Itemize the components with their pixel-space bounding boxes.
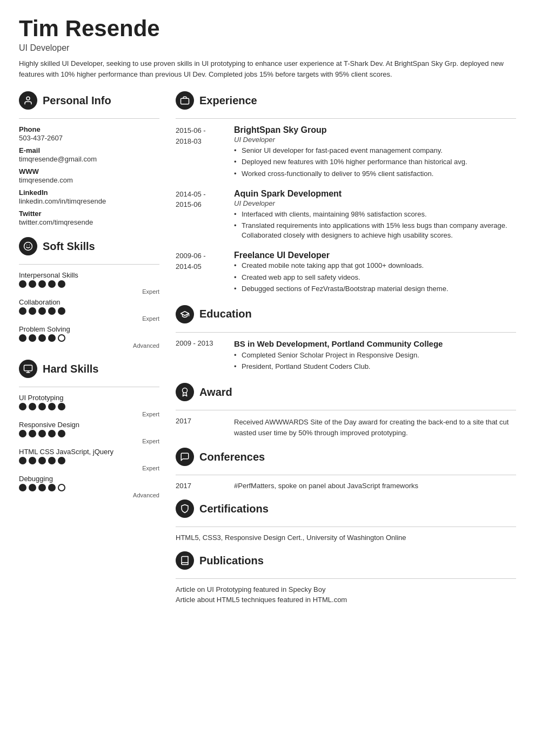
- soft-skills-title: Soft Skills: [43, 240, 95, 253]
- email-label: E-mail: [19, 146, 159, 154]
- hard-skills-section: Hard Skills UI Prototyping Expert Respon…: [19, 360, 159, 498]
- education-divider: [176, 332, 516, 333]
- publications-header: Publications: [176, 551, 516, 573]
- exp-entry-1: 2015-06 - 2018-03 BrightSpan Sky Group U…: [176, 125, 516, 180]
- conferences-icon: [176, 448, 194, 466]
- soft-skills-header: Soft Skills: [19, 237, 159, 259]
- dot-filled: [48, 334, 56, 342]
- exp-company-1: BrightSpan Sky Group: [234, 125, 516, 135]
- publications-icon: [176, 551, 194, 570]
- phone-label: Phone: [19, 125, 159, 133]
- twitter-label: Twitter: [19, 210, 159, 218]
- info-field-www: WWW timqresende.com: [19, 167, 159, 184]
- email-value: timqresende@gmail.com: [19, 155, 159, 163]
- conferences-divider: [176, 475, 516, 475]
- skill-html-css-js: HTML CSS JavaScript, jQuery Expert: [19, 448, 159, 471]
- dot-filled: [29, 280, 36, 288]
- experience-icon: [176, 91, 194, 110]
- phone-value: 503-437-2607: [19, 134, 159, 142]
- exp-bullet: Worked cross-functionally to deliver to …: [234, 169, 516, 179]
- right-column: Experience 2015-06 - 2018-03 BrightSpan …: [176, 91, 516, 613]
- pub-entry-1: Article on UI Prototyping featured in Sp…: [176, 585, 516, 593]
- certifications-title: Certifications: [199, 503, 269, 515]
- exp-entry-3: 2009-06 - 2014-05 Freelance UI Developer…: [176, 251, 516, 295]
- edu-entry-1: 2009 - 2013 BS in Web Development, Portl…: [176, 339, 516, 373]
- info-field-twitter: Twitter twitter.com/timqresende: [19, 210, 159, 226]
- svg-point-0: [26, 97, 30, 100]
- soft-skills-divider: [19, 264, 159, 265]
- pub-entry-2: Article about HTML5 techniques featured …: [176, 596, 516, 604]
- exp-bullets-2: Interfaced with clients, maintaining 98%…: [234, 210, 516, 241]
- skill-responsive-design: Responsive Design Expert: [19, 421, 159, 444]
- dot-filled: [58, 307, 65, 315]
- certifications-icon: [176, 500, 194, 518]
- certifications-section: Certifications HTML5, CSS3, Responsive D…: [176, 500, 516, 542]
- exp-bullet: Created web app to sell safety videos.: [234, 273, 516, 282]
- edu-bullet: President, Portland Student Coders Club.: [234, 362, 516, 372]
- exp-bullet: Translated requirements into application…: [234, 221, 516, 240]
- publications-title: Publications: [199, 555, 264, 567]
- education-title: Education: [199, 308, 252, 320]
- experience-divider: [176, 118, 516, 119]
- dot-filled: [19, 334, 26, 342]
- svg-rect-6: [181, 98, 189, 104]
- award-divider: [176, 410, 516, 410]
- exp-bullet: Debugged sections of FezVrasta/Bootstrap…: [234, 284, 516, 294]
- award-section: Award 2017 Received AWWWARDS Site of the…: [176, 383, 516, 438]
- exp-bullets-3: Created mobile note taking app that got …: [234, 261, 516, 294]
- dot-filled: [19, 307, 26, 315]
- linkedin-label: LinkedIn: [19, 188, 159, 197]
- experience-title: Experience: [199, 94, 257, 107]
- exp-role-1: UI Developer: [234, 136, 516, 144]
- info-field-email: E-mail timqresende@gmail.com: [19, 146, 159, 163]
- personal-info-section: Personal Info Phone 503-437-2607 E-mail …: [19, 91, 159, 226]
- svg-rect-3: [24, 365, 32, 371]
- award-icon: [176, 383, 194, 401]
- main-layout: Personal Info Phone 503-437-2607 E-mail …: [19, 91, 516, 613]
- publications-divider: [176, 578, 516, 579]
- candidate-name: Tim Resende: [19, 16, 516, 41]
- info-field-phone: Phone 503-437-2607: [19, 125, 159, 142]
- dot-filled: [58, 280, 65, 288]
- info-field-linkedin: LinkedIn linkedin.com/in/timqresende: [19, 188, 159, 205]
- hard-skills-divider: [19, 387, 159, 387]
- candidate-title: UI Developer: [19, 43, 516, 53]
- soft-skills-section: Soft Skills Interpersonal Skills Expert …: [19, 237, 159, 349]
- exp-company-2: Aquin Spark Development: [234, 189, 516, 199]
- dot-filled: [19, 280, 26, 288]
- conf-entry-1: 2017 #PerfMatters, spoke on panel about …: [176, 482, 516, 490]
- exp-entry-2: 2014-05 - 2015-06 Aquin Spark Developmen…: [176, 189, 516, 242]
- exp-company-3: Freelance UI Developer: [234, 251, 516, 260]
- skill-problem-solving: Problem Solving Advanced: [19, 325, 159, 349]
- personal-info-divider: [19, 118, 159, 119]
- certifications-divider: [176, 526, 516, 527]
- experience-header: Experience: [176, 91, 516, 113]
- skill-debugging: Debugging Advanced: [19, 475, 159, 498]
- personal-info-icon: [19, 91, 37, 110]
- dot-filled: [48, 307, 56, 315]
- soft-skills-icon: [19, 237, 37, 255]
- edu-bullet: Completed Senior Scholar Project in Resp…: [234, 350, 516, 360]
- hard-skills-icon: [19, 360, 37, 378]
- award-title: Award: [199, 386, 232, 399]
- exp-bullets-1: Senior UI developer for fast-paced event…: [234, 146, 516, 179]
- www-value: timqresende.com: [19, 176, 159, 184]
- award-text: Received AWWWARDS Site of the Day award …: [234, 417, 516, 438]
- dot-filled: [38, 307, 46, 315]
- publications-section: Publications Article on UI Prototyping f…: [176, 551, 516, 604]
- conf-text: #PerfMatters, spoke on panel about JavaS…: [234, 482, 516, 490]
- dot-filled: [29, 334, 36, 342]
- certifications-header: Certifications: [176, 500, 516, 521]
- left-column: Personal Info Phone 503-437-2607 E-mail …: [19, 91, 159, 613]
- exp-bullet: Interfaced with clients, maintaining 98%…: [234, 210, 516, 219]
- award-entry-1: 2017 Received AWWWARDS Site of the Day a…: [176, 417, 516, 438]
- exp-bullet: Senior UI developer for fast-paced event…: [234, 146, 516, 156]
- personal-info-header: Personal Info: [19, 91, 159, 113]
- www-label: WWW: [19, 167, 159, 176]
- dot-empty: [58, 334, 65, 342]
- dot-filled: [48, 280, 56, 288]
- linkedin-value: linkedin.com/in/timqresende: [19, 197, 159, 205]
- award-header: Award: [176, 383, 516, 404]
- conferences-title: Conferences: [199, 451, 265, 463]
- edu-degree: BS in Web Development, Portland Communit…: [234, 339, 516, 348]
